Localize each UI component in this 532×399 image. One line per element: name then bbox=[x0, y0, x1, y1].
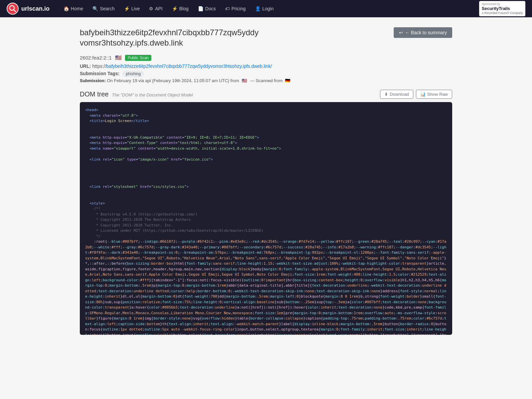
us-flag-icon: 🇺🇸 bbox=[115, 55, 122, 61]
navbar-nav: 🏠Home 🔍Search ⚡Live ⚙API ⚡Blog 📄Docs 🏷Pr… bbox=[60, 4, 479, 13]
ip-address: 2602:fea2:2::1 bbox=[80, 55, 112, 61]
nav-blog[interactable]: ⚡Blog bbox=[168, 4, 193, 13]
navbar-right: Sponsored by SecurityTrails A Recorded F… bbox=[479, 1, 525, 16]
url-prefix: https:// bbox=[92, 64, 106, 69]
tags-label: Submission Tags: bbox=[80, 71, 120, 76]
brand-logo[interactable]: urlscan.io bbox=[7, 3, 50, 15]
dom-tree-subtitle: The "DOM" is the Document Object Model bbox=[112, 92, 193, 97]
brand-name: urlscan.io bbox=[21, 5, 50, 12]
scanned-flag: 🇩🇪 bbox=[285, 78, 290, 83]
url-row: URL: https://bafybeih3thizze6itp2fevxhnl… bbox=[80, 64, 452, 69]
page-header: bafybeih3thizze6itp2fevxhnl7cibqxbb777zq… bbox=[80, 27, 452, 48]
dom-tree-title: DOM tree bbox=[80, 90, 109, 98]
back-icon: ↩ bbox=[399, 30, 403, 35]
logo-icon bbox=[7, 3, 19, 15]
nav-search[interactable]: 🔍Search bbox=[88, 4, 118, 13]
meta-row: 2602:fea2:2::1 🇺🇸 Public Scan bbox=[80, 55, 452, 61]
nav-pricing[interactable]: 🏷Pricing bbox=[221, 4, 250, 13]
back-to-summary-button[interactable]: ↩ ← Back to summary bbox=[394, 27, 452, 38]
nav-api[interactable]: ⚙API bbox=[145, 4, 167, 13]
url-link[interactable]: bafybeih3thizze6itp2fevxhnl7cibqxbb777zq… bbox=[106, 64, 272, 69]
nav-live[interactable]: ⚡Live bbox=[120, 4, 144, 13]
show-raw-button[interactable]: 📊 Show Raw bbox=[416, 90, 452, 99]
main-content: bafybeih3thizze6itp2fevxhnl7cibqxbb777zq… bbox=[66, 17, 466, 345]
navbar: urlscan.io 🏠Home 🔍Search ⚡Live ⚙API ⚡Blo… bbox=[0, 0, 532, 17]
tags-row: Submission Tags: phishing bbox=[80, 71, 452, 76]
svg-line-1 bbox=[14, 10, 16, 12]
section-title: DOM tree The "DOM" is the Document Objec… bbox=[80, 90, 193, 98]
section-actions: ⬇ Download 📊 Show Raw bbox=[380, 90, 452, 99]
nav-home[interactable]: 🏠Home bbox=[60, 4, 87, 13]
nav-docs[interactable]: 📄Docs bbox=[194, 4, 220, 13]
download-button[interactable]: ⬇ Download bbox=[380, 90, 413, 99]
public-scan-badge: Public Scan bbox=[125, 55, 151, 61]
submission-label: Submission: bbox=[80, 78, 106, 83]
sponsor-box: Sponsored by SecurityTrails A Recorded F… bbox=[479, 1, 525, 16]
url-label: URL: bbox=[80, 64, 91, 69]
dom-tree-code-content: <head> <meta charset="utf-8"> <title>Log… bbox=[85, 107, 447, 335]
sponsor-logo: Sponsored by SecurityTrails A Recorded F… bbox=[482, 2, 523, 15]
dom-tree-section-header: DOM tree The "DOM" is the Document Objec… bbox=[80, 90, 452, 99]
bar-chart-icon: 📊 bbox=[420, 92, 426, 97]
submitted-flag: 🇺🇸 bbox=[242, 78, 247, 83]
page-title: bafybeih3thizze6itp2fevxhnl7cibqxbb777zq… bbox=[80, 27, 259, 48]
submission-text: On February 19 via api (February 19th 20… bbox=[107, 78, 239, 83]
dom-tree-code-box[interactable]: <head> <meta charset="utf-8"> <title>Log… bbox=[80, 102, 452, 335]
submission-row: Submission: On February 19 via api (Febr… bbox=[80, 78, 452, 83]
phishing-tag[interactable]: phishing bbox=[123, 71, 144, 77]
nav-login[interactable]: 👤Login bbox=[251, 4, 278, 13]
scanned-from-label: — Scanned from bbox=[250, 78, 283, 83]
download-icon: ⬇ bbox=[384, 92, 388, 97]
